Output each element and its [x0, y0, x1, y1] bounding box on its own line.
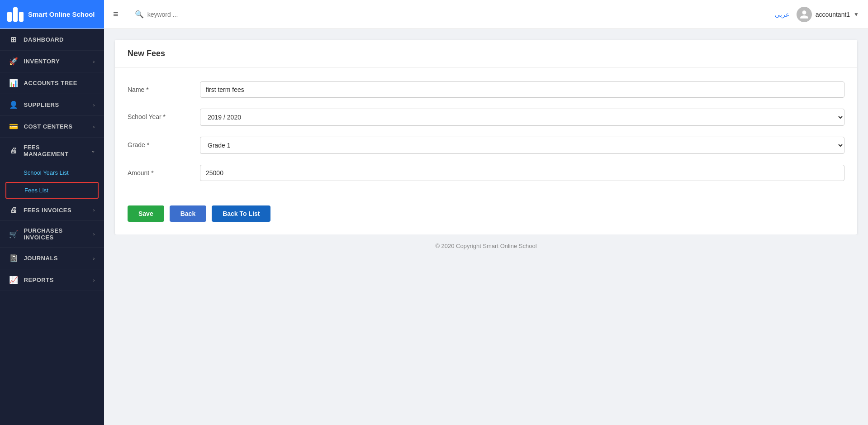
sidebar-item-fees-management[interactable]: 🖨 FEES MANAGEMENT ⌄ — [0, 138, 104, 164]
sidebar-item-purchases-invoices[interactable]: 🛒 PURCHASES INVOICES › — [0, 221, 104, 248]
username-label: accountant1 — [816, 11, 850, 18]
sidebar-label-journals: JOURNALS — [24, 255, 88, 262]
sidebar-item-cost-centers[interactable]: 💳 COST CENTERS › — [0, 116, 104, 138]
sidebar-item-journals[interactable]: 📓 JOURNALS › — [0, 248, 104, 269]
search-area: 🔍 — [128, 10, 766, 19]
sidebar-label-fees-invoices: FEES INVOICES — [24, 207, 88, 214]
sidebar-item-suppliers[interactable]: 👤 SUPPLIERS › — [0, 94, 104, 116]
language-button[interactable]: عربي — [775, 11, 789, 18]
user-dropdown-arrow: ▼ — [854, 11, 859, 18]
school-years-list-label: School Years List — [24, 169, 69, 176]
menu-toggle-button[interactable]: ≡ — [104, 9, 128, 19]
sidebar-item-reports[interactable]: 📈 REPORTS › — [0, 269, 104, 291]
chevron-down-icon: ⌄ — [91, 148, 95, 154]
inventory-icon: 🚀 — [9, 57, 19, 66]
back-to-list-button[interactable]: Back To List — [212, 205, 270, 222]
avatar — [797, 7, 812, 22]
back-button[interactable]: Back — [170, 205, 206, 222]
name-input[interactable] — [200, 81, 844, 98]
form-card-header: New Fees — [115, 40, 857, 68]
sidebar-label-accounts-tree: ACCOUNTS TREE — [24, 80, 95, 86]
navbar-right: عربي accountant1 ▼ — [766, 7, 868, 22]
cost-centers-icon: 💳 — [9, 122, 19, 131]
top-navbar: Smart Online School ≡ 🔍 عربي accountant1… — [0, 0, 868, 29]
chevron-right-icon: › — [93, 256, 95, 261]
logo-icon — [7, 7, 24, 22]
brand-name: Smart Online School — [28, 10, 95, 18]
sidebar-item-fees-list[interactable]: Fees List — [5, 182, 99, 199]
sidebar-label-fees-management: FEES MANAGEMENT — [24, 144, 85, 158]
fees-invoices-icon: 🖨 — [9, 206, 18, 214]
sidebar-label-inventory: INVENTORY — [24, 58, 88, 65]
chevron-right-icon: › — [93, 59, 95, 64]
amount-label: Amount * — [128, 165, 191, 177]
sidebar-item-accounts-tree[interactable]: 📊 ACCOUNTS TREE — [0, 72, 104, 94]
sidebar-item-school-years-list[interactable]: School Years List — [0, 164, 104, 181]
school-year-row: School Year * 2019 / 2020 2020 / 2021 20… — [128, 109, 844, 126]
suppliers-icon: 👤 — [9, 100, 19, 109]
amount-row: Amount * — [128, 165, 844, 181]
journals-icon: 📓 — [9, 254, 19, 263]
sidebar-label-cost-centers: COST CENTERS — [24, 123, 88, 130]
dashboard-icon: ⊞ — [9, 35, 18, 44]
content-area: New Fees Name * School Year * 2019 / 202… — [104, 29, 868, 425]
name-row: Name * — [128, 81, 844, 98]
user-menu[interactable]: accountant1 ▼ — [797, 7, 859, 22]
sidebar-item-inventory[interactable]: 🚀 INVENTORY › — [0, 51, 104, 72]
name-label: Name * — [128, 81, 191, 93]
sidebar-item-dashboard[interactable]: ⊞ DASHBOARD — [0, 29, 104, 51]
search-input[interactable] — [147, 11, 238, 18]
accounts-tree-icon: 📊 — [9, 79, 19, 87]
form-card-body: Name * School Year * 2019 / 2020 2020 / … — [115, 68, 857, 205]
fees-management-icon: 🖨 — [9, 147, 18, 155]
reports-icon: 📈 — [9, 276, 19, 284]
sidebar-item-fees-invoices[interactable]: 🖨 FEES INVOICES › — [0, 200, 104, 221]
save-button[interactable]: Save — [128, 205, 164, 222]
chevron-right-icon: › — [93, 231, 95, 237]
footer-text: © 2020 Copyright Smart Online School — [435, 243, 536, 249]
brand-logo: Smart Online School — [0, 0, 104, 29]
main-layout: ⊞ DASHBOARD 🚀 INVENTORY › 📊 ACCOUNTS TRE… — [0, 29, 868, 425]
grade-label: Grade * — [128, 137, 191, 148]
fees-list-label: Fees List — [24, 187, 48, 194]
new-fees-form-card: New Fees Name * School Year * 2019 / 202… — [115, 40, 857, 234]
sidebar-label-suppliers: SUPPLIERS — [24, 101, 88, 108]
amount-input[interactable] — [200, 165, 844, 181]
chevron-right-icon: › — [93, 277, 95, 283]
purchases-invoices-icon: 🛒 — [9, 230, 19, 239]
form-title: New Fees — [128, 49, 844, 58]
sidebar-label-purchases-invoices: PURCHASES INVOICES — [24, 227, 88, 241]
chevron-right-icon: › — [93, 207, 95, 213]
school-year-select[interactable]: 2019 / 2020 2020 / 2021 2021 / 2022 — [200, 109, 844, 126]
footer: © 2020 Copyright Smart Online School — [115, 234, 857, 258]
chevron-right-icon: › — [93, 102, 95, 108]
school-year-label: School Year * — [128, 109, 191, 120]
sidebar-label-reports: REPORTS — [24, 277, 88, 283]
search-icon: 🔍 — [135, 10, 144, 19]
sidebar-label-dashboard: DASHBOARD — [24, 36, 95, 43]
sidebar: ⊞ DASHBOARD 🚀 INVENTORY › 📊 ACCOUNTS TRE… — [0, 29, 104, 425]
form-button-row: Save Back Back To List — [115, 205, 857, 234]
chevron-right-icon: › — [93, 124, 95, 129]
grade-select[interactable]: Grade 1 Grade 2 Grade 3 Grade 4 Grade 5 — [200, 137, 844, 154]
grade-row: Grade * Grade 1 Grade 2 Grade 3 Grade 4 … — [128, 137, 844, 154]
